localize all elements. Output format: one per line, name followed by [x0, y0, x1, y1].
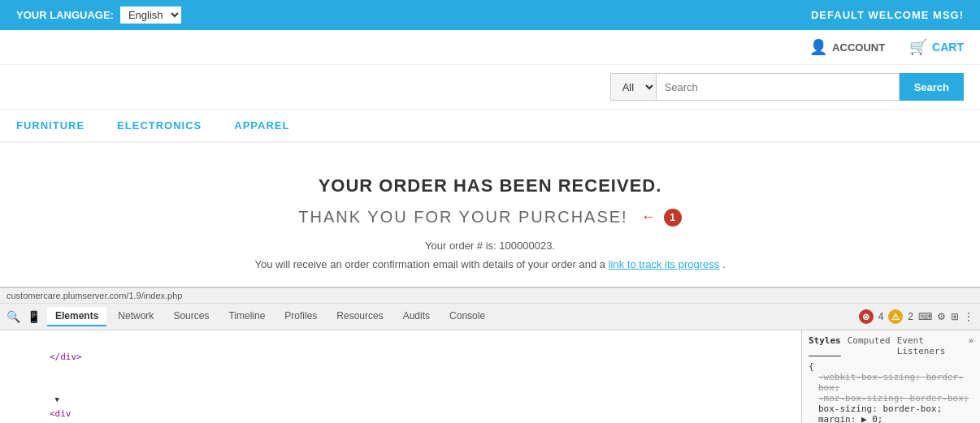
annotation-badge-1: 1 [664, 209, 682, 227]
css-rules: { -webkit-box-sizing: border-box; -moz-b… [809, 361, 973, 423]
css-margin: margin: ▶ 0; [809, 414, 973, 423]
account-label: ACCOUNT [832, 41, 885, 54]
more-icon[interactable]: ⋮ [964, 311, 973, 322]
code-line-2: <div style="width:1px; height:1px; overf… [7, 378, 795, 423]
css-box-sizing: box-sizing: border-box; [809, 404, 973, 414]
account-icon: 👤 [809, 38, 827, 56]
language-selector[interactable]: YOUR LANGUAGE: English [16, 6, 181, 24]
thank-you-row: THANK YOU FOR YOUR PURCHASE! ← 1 [16, 208, 964, 227]
cart-button[interactable]: 🛒 CART [909, 38, 964, 56]
tab-resources[interactable]: Resources [328, 307, 391, 326]
settings-icon[interactable]: ⚙ [937, 311, 946, 322]
tab-sources[interactable]: Sources [165, 307, 217, 326]
triangle-2[interactable] [55, 392, 59, 407]
devtools-mobile-icon[interactable]: 📱 [27, 310, 41, 323]
order-number: Your order # is: 100000023. [16, 240, 964, 252]
tab-timeline[interactable]: Timeline [220, 307, 273, 326]
layout-icon[interactable]: ⊞ [951, 311, 959, 322]
header: 👤 ACCOUNT 🛒 CART [0, 30, 980, 65]
search-bar: All Search [0, 65, 980, 110]
devtools-panel: customercare.plumserver.com/1.9/index.ph… [0, 287, 980, 423]
devtools-toolbar-right: ⊗ 4 ⚠ 2 ⌨ ⚙ ⊞ ⋮ [859, 309, 973, 324]
devtools-styles-panel: Styles Computed Event Listeners » { -web… [801, 330, 980, 423]
search-input[interactable] [656, 73, 900, 101]
devtools-url-bar: customercare.plumserver.com/1.9/index.ph… [0, 288, 980, 304]
code-line-1: </div> [7, 335, 795, 378]
tab-audits[interactable]: Audits [395, 307, 438, 326]
search-button[interactable]: Search [900, 73, 964, 101]
cart-label: CART [932, 41, 964, 54]
tab-network[interactable]: Network [110, 307, 162, 326]
devtools-elements-panel[interactable]: </div> <div style="width:1px; height:1px… [0, 330, 801, 423]
thank-you-text: THANK YOU FOR YOUR PURCHASE! [298, 208, 627, 227]
order-info: You will receive an order confirmation e… [16, 258, 964, 270]
warn-count-badge: ⚠ [888, 309, 903, 324]
search-bar-inner: All Search [610, 73, 964, 101]
main-content: YOUR ORDER HAS BEEN RECEIVED. THANK YOU … [0, 143, 980, 287]
error-count: 4 [878, 311, 884, 322]
order-info-text: You will receive an order confirmation e… [254, 258, 605, 270]
right-tab-events[interactable]: Event Listeners [897, 335, 962, 356]
error-count-badge: ⊗ [859, 309, 874, 324]
order-received-heading: YOUR ORDER HAS BEEN RECEIVED. [16, 175, 964, 196]
nav-item-furniture[interactable]: FURNITURE [16, 119, 85, 132]
css-moz-box-sizing: -moz-box-sizing: border-box; [809, 393, 973, 404]
devtools-toolbar: 🔍 📱 Elements Network Sources Timeline Pr… [0, 304, 980, 330]
tab-console[interactable]: Console [441, 307, 493, 326]
devtools-right-tabs: Styles Computed Event Listeners » [809, 335, 973, 356]
welcome-message: DEFAULT WELCOME MSG! [811, 9, 964, 21]
tab-elements[interactable]: Elements [47, 307, 106, 326]
nav-item-electronics[interactable]: ELECTRONICS [117, 119, 202, 132]
cart-icon: 🛒 [909, 38, 927, 56]
order-track-link[interactable]: link to track its progress [609, 258, 720, 270]
order-info-end: . [722, 258, 726, 270]
nav-item-apparel[interactable]: APPAREL [234, 119, 289, 132]
right-tab-styles[interactable]: Styles [809, 335, 841, 356]
devtools-content: </div> <div style="width:1px; height:1px… [0, 330, 980, 423]
language-label: YOUR LANGUAGE: [16, 9, 114, 21]
search-category-dropdown[interactable]: All [610, 73, 656, 101]
top-bar: YOUR LANGUAGE: English DEFAULT WELCOME M… [0, 0, 980, 30]
account-button[interactable]: 👤 ACCOUNT [809, 38, 885, 56]
language-dropdown[interactable]: English [120, 6, 181, 24]
right-tab-more[interactable]: » [968, 335, 973, 356]
right-tab-computed[interactable]: Computed [848, 335, 891, 356]
terminal-icon[interactable]: ⌨ [918, 311, 932, 322]
tab-profiles[interactable]: Profiles [276, 307, 325, 326]
devtools-search-icon[interactable]: 🔍 [7, 310, 20, 323]
css-webkit-box-sizing: -webkit-box-sizing: border-box; [809, 372, 973, 393]
nav-bar: FURNITURE ELECTRONICS APPAREL [0, 110, 980, 143]
arrow-1: ← [641, 209, 656, 226]
warn-count: 2 [908, 311, 913, 322]
